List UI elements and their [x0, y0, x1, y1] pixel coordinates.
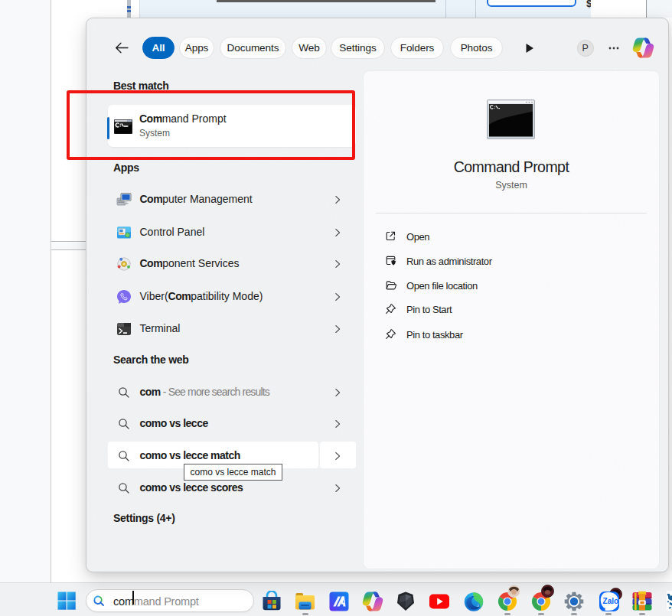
svg-text:Zalo: Zalo: [603, 597, 619, 605]
